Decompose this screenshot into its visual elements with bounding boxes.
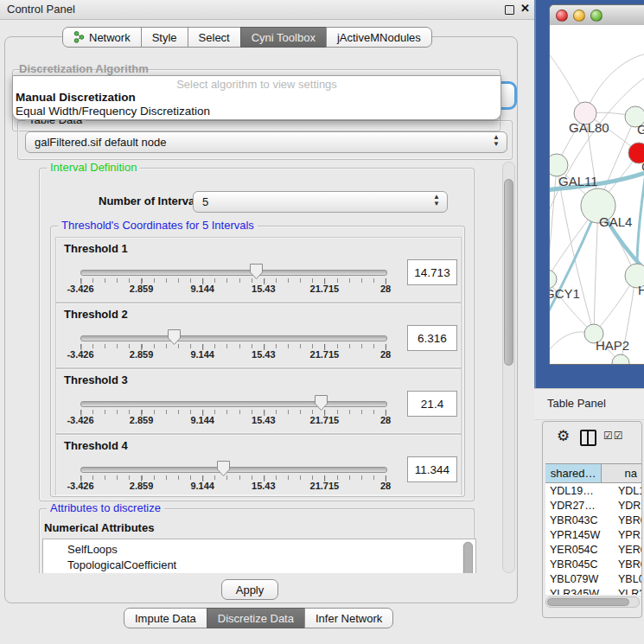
numerical-attributes-list[interactable]: SelfLoops TopologicalCoefficient Between… <box>42 539 476 573</box>
column-header-name[interactable]: na <box>602 464 642 483</box>
node-partial-bottom[interactable] <box>612 354 629 364</box>
table-panel-header: Table Panel <box>534 388 644 420</box>
column-layout-icon[interactable] <box>580 430 596 446</box>
threshold-3-label: Threshold 3 <box>64 373 128 386</box>
panel-scrollbar-thumb[interactable] <box>504 179 513 366</box>
apply-button[interactable]: Apply <box>221 579 278 600</box>
threshold-4-slider-track[interactable] <box>80 467 387 473</box>
tab-infer-network[interactable]: Infer Network <box>304 608 393 628</box>
combo-stepper-icon: ▲▼ <box>433 194 440 207</box>
table-row[interactable]: YBR043CYBR0 <box>545 513 642 527</box>
table-row[interactable]: YER054CYER0 <box>545 542 642 557</box>
tab-impute-data[interactable]: Impute Data <box>124 608 207 628</box>
numerical-attributes-label: Numerical Attributes <box>44 521 154 534</box>
network-view-window[interactable]: GAL80 GA C GAL11 GAL4 GCY1 H HAP2 <box>549 4 644 365</box>
label-gal4: GAL4 <box>599 214 632 229</box>
table-row[interactable]: YPR145WYPR1 <box>545 527 642 542</box>
threshold-4-panel: Threshold 4 -3.426 2.859 9.144 15.43 21.… <box>55 434 462 495</box>
label-gal11: GAL11 <box>558 174 598 188</box>
network-window-titlebar[interactable] <box>550 5 644 26</box>
number-of-intervals-value: 5 <box>202 195 208 208</box>
threshold-1-value-field[interactable]: 14.713 <box>407 259 457 285</box>
discretization-algorithm-title: Discretization Algorithm <box>19 62 149 75</box>
tab-cyni-toolbox[interactable]: Cyni Toolbox <box>240 27 327 48</box>
number-of-intervals-combobox[interactable]: 5 ▲▼ <box>193 191 448 213</box>
tick-labels: -3.426 2.859 9.144 15.43 21.715 28 <box>80 348 386 360</box>
network-window-frame: GAL80 GA C GAL11 GAL4 GCY1 H HAP2 <box>534 0 644 388</box>
tab-jactivemnodules[interactable]: jActiveMNodules <box>326 27 432 48</box>
table-data-group: Table Data galFiltered.sif default node … <box>17 120 513 160</box>
algorithm-dropdown-popup: Select algorithm to view settings Manual… <box>12 75 501 120</box>
dropdown-prompt-item[interactable]: Select algorithm to view settings <box>13 78 501 91</box>
threshold-3-value-field[interactable]: 21.4 <box>407 391 457 417</box>
threshold-4-label: Threshold 4 <box>64 439 128 452</box>
list-item[interactable]: SelfLoops <box>43 542 475 558</box>
threshold-1-slider-thumb[interactable] <box>250 264 263 279</box>
close-icon[interactable]: ✕ <box>520 2 530 15</box>
float-window-icon[interactable] <box>505 5 514 15</box>
table-panel-body: ⚙ ☑☑ shared… na YDL19…YDL1 YDR27…YDR2 YB… <box>542 421 642 618</box>
minimize-traffic-light-icon[interactable] <box>573 10 585 22</box>
table-data-value: galFiltered.sif default node <box>35 136 166 149</box>
table-row[interactable]: YBR045CYBR0 <box>545 557 642 571</box>
threshold-1-slider-track[interactable] <box>80 270 387 276</box>
table-data-combobox[interactable]: galFiltered.sif default node ▲▼ <box>25 131 507 153</box>
table-horizontal-scrollbar[interactable] <box>545 596 640 608</box>
tab-style[interactable]: Style <box>141 27 188 48</box>
label-gcy1: GCY1 <box>550 286 580 301</box>
attributes-group: Attributes to discretize Numerical Attri… <box>39 508 475 573</box>
label-gal80: GAL80 <box>569 120 609 135</box>
threshold-1-panel: Threshold 1 -3.426 2.859 9.144 15.43 21.… <box>55 237 462 303</box>
label-hap2: HAP2 <box>596 338 629 353</box>
column-header-shared-name[interactable]: shared… <box>545 464 602 483</box>
gear-icon[interactable]: ⚙ <box>557 427 570 445</box>
threshold-1-label: Threshold 1 <box>64 242 128 255</box>
tick-labels: -3.426 2.859 9.144 15.43 21.715 28 <box>80 413 386 425</box>
tick-labels: -3.426 2.859 9.144 15.43 21.715 28 <box>80 282 386 294</box>
table-row[interactable]: YBL079WYBL0 <box>545 571 642 586</box>
threshold-coordinates-group: Threshold's Coordinates for 5 Intervals … <box>50 226 465 497</box>
tab-select[interactable]: Select <box>188 27 241 48</box>
settings-scroll-viewport: Interval Definition Number of Intervals … <box>7 161 501 573</box>
label-partial-top: GA <box>637 122 644 137</box>
interval-definition-title: Interval Definition <box>47 161 140 174</box>
network-canvas[interactable]: GAL80 GA C GAL11 GAL4 GCY1 H HAP2 <box>550 25 644 364</box>
list-scrollbar[interactable] <box>462 541 473 573</box>
close-traffic-light-icon[interactable] <box>556 10 568 22</box>
zoom-traffic-light-icon[interactable] <box>590 10 603 22</box>
list-scrollbar-thumb[interactable] <box>463 542 473 573</box>
dropdown-item-manual-discretization[interactable]: Manual Discretization <box>16 91 136 104</box>
network-graph: GAL80 GA C GAL11 GAL4 GCY1 H HAP2 <box>550 25 644 364</box>
threshold-2-slider-track[interactable] <box>80 335 387 341</box>
threshold-2-value-field[interactable]: 6.316 <box>407 325 457 351</box>
table-row[interactable]: YDR27…YDR2 <box>545 498 642 513</box>
table-horizontal-scrollbar-thumb[interactable] <box>547 598 629 606</box>
threshold-2-label: Threshold 2 <box>64 308 128 321</box>
tab-discretize-data[interactable]: Discretize Data <box>207 608 305 628</box>
threshold-4-slider-thumb[interactable] <box>217 461 230 476</box>
threshold-3-slider-thumb[interactable] <box>315 395 328 411</box>
threshold-2-slider-thumb[interactable] <box>168 329 181 345</box>
combo-stepper-icon: ▲▼ <box>493 134 500 148</box>
list-item[interactable]: TopologicalCoefficient <box>43 558 475 573</box>
table-row[interactable]: YDL19…YDL1 <box>545 483 642 498</box>
tick-labels: -3.426 2.859 9.144 15.43 21.715 28 <box>80 479 386 491</box>
attributes-group-title: Attributes to discretize <box>47 501 164 514</box>
select-columns-icon[interactable]: ☑☑ <box>603 430 624 442</box>
table-header-row: shared… na <box>545 463 642 483</box>
tab-network-label: Network <box>89 31 131 44</box>
number-of-intervals-label: Number of Intervals <box>99 194 204 207</box>
dropdown-item-equal-width[interactable]: Equal Width/Frequency Discretization <box>16 105 210 118</box>
panel-scrollbar[interactable] <box>502 162 515 573</box>
top-tab-bar: Network Style Select Cyni Toolbox jActiv… <box>62 27 432 48</box>
threshold-3-slider-track[interactable] <box>80 401 387 407</box>
table-row[interactable]: YLR345WYLR3 <box>545 586 642 595</box>
tab-network[interactable]: Network <box>62 27 142 48</box>
table-panel-title: Table Panel <box>547 397 606 410</box>
control-panel-titlebar: Control Panel ✕ <box>0 0 534 20</box>
label-partial-right: H <box>638 283 644 297</box>
threshold-3-panel: Threshold 3 -3.426 2.859 9.144 15.43 21.… <box>55 368 462 434</box>
interval-definition-group: Interval Definition Number of Intervals … <box>39 168 475 501</box>
network-icon <box>73 31 85 43</box>
threshold-4-value-field[interactable]: 11.344 <box>407 456 457 482</box>
